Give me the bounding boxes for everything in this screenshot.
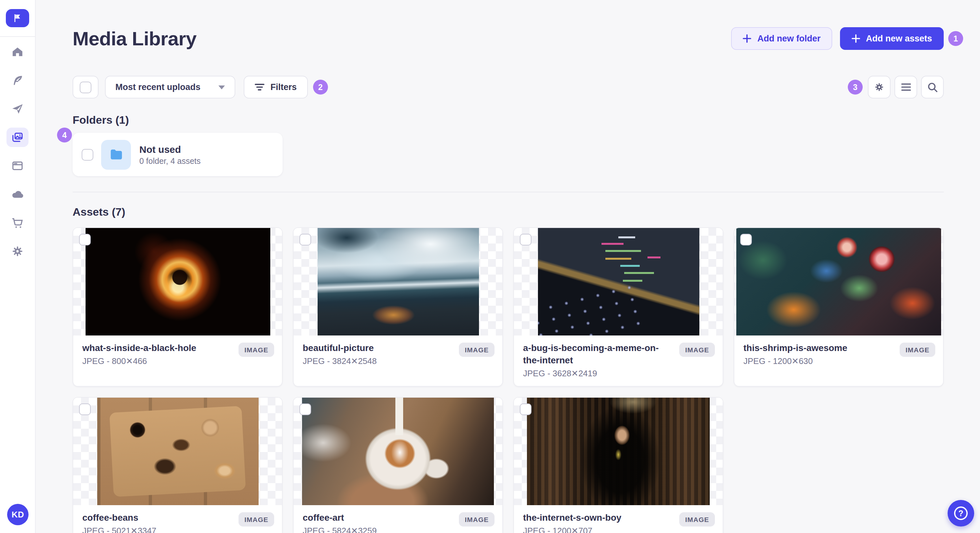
thumbnail-boy-in-library — [527, 398, 710, 505]
thumbnail-area — [514, 228, 723, 335]
asset-caption: coffee-art JPEG - 5824✕3259 IMAGE — [294, 505, 502, 533]
asset-caption: beautiful-picture JPEG - 3824✕2548 IMAGE — [294, 335, 502, 386]
plus-icon — [852, 34, 860, 43]
asset-meta: JPEG - 5021✕3347 — [82, 526, 231, 533]
thumbnail-area — [294, 228, 502, 335]
add-new-folder-button[interactable]: Add new folder — [732, 27, 832, 50]
asset-type-badge: IMAGE — [679, 512, 715, 527]
asset-checkbox[interactable] — [740, 234, 752, 246]
thumbnail-coffee-beans-board — [97, 398, 258, 505]
header-actions: Add new folder Add new assets 1 — [732, 27, 944, 50]
asset-card[interactable]: coffee-beans JPEG - 5021✕3347 IMAGE — [73, 397, 283, 533]
main-content: Media Library Add new folder Add new ass… — [36, 0, 980, 533]
annotation-badge-2: 2 — [313, 80, 328, 95]
shopping-cart-icon — [11, 216, 24, 229]
paper-plane-icon — [11, 102, 24, 115]
asset-checkbox[interactable] — [79, 403, 91, 415]
asset-checkbox[interactable] — [299, 234, 311, 246]
view-settings-button[interactable] — [868, 76, 891, 98]
sidebar-item-media-library[interactable] — [6, 128, 29, 147]
asset-title: a-bug-is-becoming-a-meme-on-the-internet — [523, 342, 672, 366]
asset-card[interactable]: this-shrimp-is-awesome JPEG - 1200✕630 I… — [734, 227, 944, 387]
folder-card[interactable]: Not used 0 folder, 4 assets — [73, 133, 283, 176]
asset-title: coffee-beans — [82, 512, 231, 524]
list-view-icon — [900, 83, 911, 91]
toolbar: Most recent uploads Filters 2 3 — [73, 76, 944, 98]
sidebar-nav — [0, 37, 35, 261]
asset-card[interactable]: a-bug-is-becoming-a-meme-on-the-internet… — [513, 227, 723, 387]
search-button[interactable] — [921, 76, 944, 98]
media-library-page: KD Media Library Add new folder Add new … — [0, 0, 980, 533]
annotation-badge-3: 3 — [848, 80, 863, 95]
media-library-icon — [11, 131, 24, 144]
sidebar-item-settings[interactable] — [6, 241, 29, 261]
folder-checkbox[interactable] — [82, 149, 93, 160]
add-new-assets-label: Add new assets — [866, 34, 932, 43]
home-icon — [11, 45, 24, 58]
sort-dropdown[interactable]: Most recent uploads — [105, 76, 235, 98]
add-new-folder-label: Add new folder — [757, 34, 821, 43]
sort-dropdown-value: Most recent uploads — [115, 82, 200, 92]
asset-caption: a-bug-is-becoming-a-meme-on-the-internet… — [514, 335, 723, 386]
folder-meta: 0 folder, 4 assets — [139, 156, 200, 165]
folder-tile — [101, 140, 131, 169]
thumbnail-mantis-shrimp — [736, 228, 941, 335]
sidebar-item-campaigns[interactable] — [6, 99, 29, 119]
chevron-down-icon — [219, 85, 225, 89]
select-all-checkbox[interactable] — [80, 81, 91, 93]
asset-caption: this-shrimp-is-awesome JPEG - 1200✕630 I… — [734, 335, 943, 386]
folder-icon — [108, 147, 124, 162]
thumbnail-black-hole — [85, 228, 270, 335]
thumbnail-area — [294, 398, 502, 505]
assets-heading: Assets (7) — [73, 206, 944, 219]
asset-meta: JPEG - 3628✕2419 — [523, 368, 672, 378]
page-header: Media Library Add new folder Add new ass… — [73, 27, 944, 50]
asset-type-badge: IMAGE — [900, 343, 935, 357]
asset-checkbox[interactable] — [79, 234, 91, 246]
sidebar-item-orders[interactable] — [6, 213, 29, 233]
filters-label: Filters — [270, 82, 297, 92]
app-logo[interactable] — [6, 9, 29, 27]
asset-caption: the-internet-s-own-boy JPEG - 1200✕707 I… — [514, 505, 723, 533]
asset-card[interactable]: what-s-inside-a-black-hole JPEG - 800✕46… — [73, 227, 283, 387]
asset-checkbox[interactable] — [520, 234, 531, 246]
question-mark-icon: ? — [954, 506, 968, 520]
sidebar-item-home[interactable] — [6, 42, 29, 62]
thumbnail-area — [734, 228, 943, 335]
add-new-assets-button[interactable]: Add new assets — [840, 27, 944, 50]
asset-checkbox[interactable] — [299, 403, 311, 415]
search-icon — [927, 82, 937, 92]
asset-card[interactable]: the-internet-s-own-boy JPEG - 1200✕707 I… — [513, 397, 723, 533]
asset-title: what-s-inside-a-black-hole — [82, 342, 231, 354]
sidebar-item-content[interactable] — [6, 71, 29, 90]
page-title: Media Library — [73, 27, 196, 49]
asset-card[interactable]: coffee-art JPEG - 5824✕3259 IMAGE — [293, 397, 503, 533]
annotation-badge-4: 4 — [57, 128, 72, 143]
asset-type-badge: IMAGE — [239, 343, 274, 357]
select-all-control — [73, 76, 99, 98]
asset-caption: what-s-inside-a-black-hole JPEG - 800✕46… — [73, 335, 282, 386]
asset-type-badge: IMAGE — [679, 343, 715, 357]
filters-button[interactable]: Filters — [244, 76, 308, 98]
asset-meta: JPEG - 1200✕707 — [523, 526, 672, 533]
asset-type-badge: IMAGE — [459, 343, 495, 357]
thumbnail-laptop-code — [538, 228, 699, 335]
asset-meta: JPEG - 3824✕2548 — [303, 356, 452, 366]
sidebar-item-templates[interactable] — [6, 156, 29, 176]
help-button[interactable]: ? — [948, 500, 974, 527]
sidebar-item-storage[interactable] — [6, 185, 29, 204]
asset-title: coffee-art — [303, 512, 452, 524]
thumbnail-snowy-mountains — [317, 228, 479, 335]
asset-type-badge: IMAGE — [459, 512, 495, 527]
annotation-badge-1: 1 — [948, 31, 963, 46]
asset-type-badge: IMAGE — [239, 512, 274, 527]
asset-caption: coffee-beans JPEG - 5021✕3347 IMAGE — [73, 505, 282, 533]
list-view-button[interactable] — [894, 76, 917, 98]
asset-title: the-internet-s-own-boy — [523, 512, 672, 524]
section-divider — [73, 192, 944, 192]
user-avatar[interactable]: KD — [7, 504, 29, 525]
thumbnail-area — [73, 398, 282, 505]
asset-checkbox[interactable] — [520, 403, 531, 415]
layout-card-icon — [11, 159, 24, 172]
asset-card[interactable]: beautiful-picture JPEG - 3824✕2548 IMAGE — [293, 227, 503, 387]
